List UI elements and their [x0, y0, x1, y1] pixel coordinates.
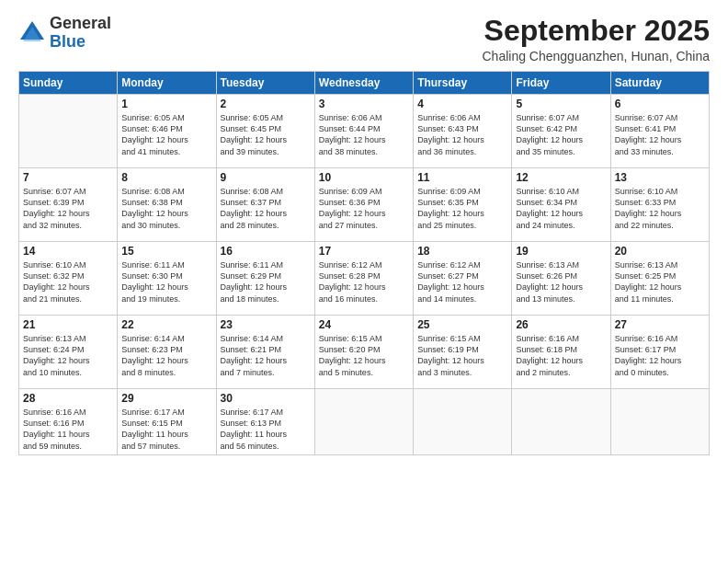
day-number: 17: [319, 245, 409, 258]
weekday-header-wednesday: Wednesday: [314, 72, 413, 95]
calendar-cell: 20Sunrise: 6:13 AMSunset: 6:25 PMDayligh…: [610, 242, 709, 316]
calendar-cell: 4Sunrise: 6:06 AMSunset: 6:43 PMDaylight…: [414, 95, 512, 168]
cell-info: Sunrise: 6:14 AMSunset: 6:23 PMDaylight:…: [121, 333, 211, 378]
calendar-cell: 25Sunrise: 6:15 AMSunset: 6:19 PMDayligh…: [414, 316, 512, 389]
calendar-cell: 17Sunrise: 6:12 AMSunset: 6:28 PMDayligh…: [314, 242, 413, 316]
cell-info: Sunrise: 6:15 AMSunset: 6:19 PMDaylight:…: [417, 333, 507, 378]
calendar-cell: [314, 389, 413, 455]
day-number: 23: [221, 318, 311, 331]
cell-info: Sunrise: 6:16 AMSunset: 6:16 PMDaylight:…: [23, 407, 113, 452]
day-number: 26: [516, 318, 606, 331]
day-number: 11: [417, 171, 507, 184]
logo: General Blue: [18, 15, 111, 52]
day-number: 28: [23, 392, 113, 405]
title-block: September 2025 Chaling Chengguanzhen, Hu…: [482, 15, 710, 63]
day-number: 24: [319, 318, 409, 331]
calendar-cell: 2Sunrise: 6:05 AMSunset: 6:45 PMDaylight…: [216, 95, 314, 168]
cell-info: Sunrise: 6:16 AMSunset: 6:17 PMDaylight:…: [615, 333, 705, 378]
calendar-cell: 23Sunrise: 6:14 AMSunset: 6:21 PMDayligh…: [216, 316, 314, 389]
day-number: 29: [121, 392, 211, 405]
weekday-header-saturday: Saturday: [610, 72, 709, 95]
calendar-cell: 1Sunrise: 6:05 AMSunset: 6:46 PMDaylight…: [118, 95, 216, 168]
calendar-cell: 26Sunrise: 6:16 AMSunset: 6:18 PMDayligh…: [512, 316, 610, 389]
day-number: 9: [221, 171, 311, 184]
cell-info: Sunrise: 6:06 AMSunset: 6:44 PMDaylight:…: [319, 112, 409, 157]
day-number: 22: [121, 318, 211, 331]
cell-info: Sunrise: 6:15 AMSunset: 6:20 PMDaylight:…: [319, 333, 409, 378]
cell-info: Sunrise: 6:13 AMSunset: 6:24 PMDaylight:…: [23, 333, 113, 378]
cell-info: Sunrise: 6:10 AMSunset: 6:34 PMDaylight:…: [516, 186, 606, 231]
day-number: 5: [516, 98, 606, 110]
calendar-cell: 28Sunrise: 6:16 AMSunset: 6:16 PMDayligh…: [19, 389, 118, 455]
calendar-cell: 10Sunrise: 6:09 AMSunset: 6:36 PMDayligh…: [314, 168, 413, 242]
weekday-header-row: SundayMondayTuesdayWednesdayThursdayFrid…: [19, 72, 710, 95]
cell-info: Sunrise: 6:07 AMSunset: 6:39 PMDaylight:…: [23, 186, 113, 231]
calendar-cell: 19Sunrise: 6:13 AMSunset: 6:26 PMDayligh…: [512, 242, 610, 316]
calendar-cell: 12Sunrise: 6:10 AMSunset: 6:34 PMDayligh…: [512, 168, 610, 242]
calendar-cell: 8Sunrise: 6:08 AMSunset: 6:38 PMDaylight…: [118, 168, 216, 242]
cell-info: Sunrise: 6:17 AMSunset: 6:13 PMDaylight:…: [221, 407, 311, 452]
day-number: 18: [417, 245, 507, 258]
day-number: 2: [221, 98, 311, 110]
logo-general-text: General: [50, 14, 111, 32]
day-number: 30: [221, 392, 311, 405]
day-number: 27: [615, 318, 705, 331]
cell-info: Sunrise: 6:13 AMSunset: 6:25 PMDaylight:…: [615, 259, 705, 304]
cell-info: Sunrise: 6:07 AMSunset: 6:42 PMDaylight:…: [516, 112, 606, 157]
location: Chaling Chengguanzhen, Hunan, China: [482, 49, 710, 63]
calendar: SundayMondayTuesdayWednesdayThursdayFrid…: [18, 71, 710, 455]
day-number: 1: [121, 98, 211, 110]
cell-info: Sunrise: 6:16 AMSunset: 6:18 PMDaylight:…: [516, 333, 606, 378]
day-number: 25: [417, 318, 507, 331]
logo-blue-text: Blue: [50, 32, 85, 51]
calendar-cell: 30Sunrise: 6:17 AMSunset: 6:13 PMDayligh…: [216, 389, 314, 455]
page: General Blue September 2025 Chaling Chen…: [0, 0, 728, 563]
cell-info: Sunrise: 6:09 AMSunset: 6:36 PMDaylight:…: [319, 186, 409, 231]
calendar-cell: 22Sunrise: 6:14 AMSunset: 6:23 PMDayligh…: [118, 316, 216, 389]
calendar-cell: 18Sunrise: 6:12 AMSunset: 6:27 PMDayligh…: [414, 242, 512, 316]
day-number: 21: [23, 318, 113, 331]
logo-icon: [18, 19, 46, 47]
day-number: 7: [23, 171, 113, 184]
calendar-cell: 5Sunrise: 6:07 AMSunset: 6:42 PMDaylight…: [512, 95, 610, 168]
cell-info: Sunrise: 6:05 AMSunset: 6:45 PMDaylight:…: [221, 112, 311, 157]
calendar-cell: [19, 95, 118, 168]
month-title: September 2025: [482, 15, 710, 47]
cell-info: Sunrise: 6:11 AMSunset: 6:29 PMDaylight:…: [221, 259, 311, 304]
day-number: 10: [319, 171, 409, 184]
cell-info: Sunrise: 6:12 AMSunset: 6:27 PMDaylight:…: [417, 259, 507, 304]
cell-info: Sunrise: 6:10 AMSunset: 6:33 PMDaylight:…: [615, 186, 705, 231]
day-number: 3: [319, 98, 409, 110]
day-number: 15: [121, 245, 211, 258]
day-number: 20: [615, 245, 705, 258]
day-number: 8: [121, 171, 211, 184]
calendar-cell: [512, 389, 610, 455]
cell-info: Sunrise: 6:12 AMSunset: 6:28 PMDaylight:…: [319, 259, 409, 304]
cell-info: Sunrise: 6:08 AMSunset: 6:37 PMDaylight:…: [221, 186, 311, 231]
calendar-cell: 11Sunrise: 6:09 AMSunset: 6:35 PMDayligh…: [414, 168, 512, 242]
cell-info: Sunrise: 6:06 AMSunset: 6:43 PMDaylight:…: [417, 112, 507, 157]
cell-info: Sunrise: 6:13 AMSunset: 6:26 PMDaylight:…: [516, 259, 606, 304]
calendar-cell: 24Sunrise: 6:15 AMSunset: 6:20 PMDayligh…: [314, 316, 413, 389]
calendar-cell: 7Sunrise: 6:07 AMSunset: 6:39 PMDaylight…: [19, 168, 118, 242]
calendar-cell: 3Sunrise: 6:06 AMSunset: 6:44 PMDaylight…: [314, 95, 413, 168]
calendar-cell: 13Sunrise: 6:10 AMSunset: 6:33 PMDayligh…: [610, 168, 709, 242]
day-number: 6: [615, 98, 705, 110]
cell-info: Sunrise: 6:07 AMSunset: 6:41 PMDaylight:…: [615, 112, 705, 157]
day-number: 16: [221, 245, 311, 258]
day-number: 4: [417, 98, 507, 110]
day-number: 14: [23, 245, 113, 258]
calendar-cell: 6Sunrise: 6:07 AMSunset: 6:41 PMDaylight…: [610, 95, 709, 168]
cell-info: Sunrise: 6:08 AMSunset: 6:38 PMDaylight:…: [121, 186, 211, 231]
calendar-cell: 21Sunrise: 6:13 AMSunset: 6:24 PMDayligh…: [19, 316, 118, 389]
weekday-header-tuesday: Tuesday: [216, 72, 314, 95]
cell-info: Sunrise: 6:09 AMSunset: 6:35 PMDaylight:…: [417, 186, 507, 231]
cell-info: Sunrise: 6:17 AMSunset: 6:15 PMDaylight:…: [121, 407, 211, 452]
header: General Blue September 2025 Chaling Chen…: [18, 15, 710, 63]
weekday-header-friday: Friday: [512, 72, 610, 95]
cell-info: Sunrise: 6:05 AMSunset: 6:46 PMDaylight:…: [121, 112, 211, 157]
weekday-header-thursday: Thursday: [414, 72, 512, 95]
cell-info: Sunrise: 6:10 AMSunset: 6:32 PMDaylight:…: [23, 259, 113, 304]
cell-info: Sunrise: 6:14 AMSunset: 6:21 PMDaylight:…: [221, 333, 311, 378]
calendar-cell: 15Sunrise: 6:11 AMSunset: 6:30 PMDayligh…: [118, 242, 216, 316]
